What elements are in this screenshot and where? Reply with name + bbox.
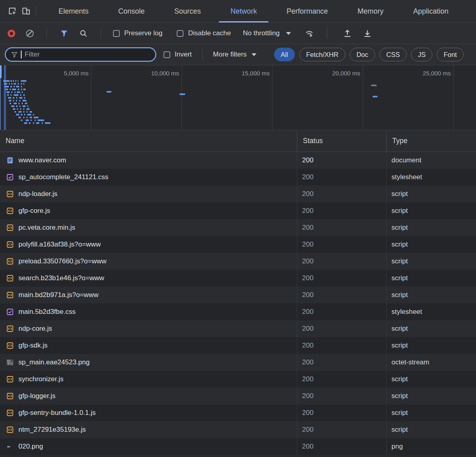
request-type: script	[387, 371, 476, 388]
table-row[interactable]: gfp-logger.js200script	[0, 388, 476, 404]
waterfall-bar	[10, 103, 11, 104]
table-row[interactable]: sp_autocomplete_241121.css200stylesheet	[0, 169, 476, 186]
request-status: 200	[297, 186, 387, 202]
table-row[interactable]: www.naver.com200document	[0, 152, 476, 169]
script-icon	[6, 291, 14, 299]
request-rows: www.naver.com200documentsp_autocomplete_…	[0, 152, 476, 457]
table-row[interactable]: synchronizer.js200script	[0, 371, 476, 388]
table-row[interactable]: ndp-core.js200script	[0, 320, 476, 337]
import-har-button[interactable]	[342, 26, 353, 40]
waterfall-bar	[14, 86, 15, 87]
clear-network-log-button[interactable]	[25, 26, 34, 40]
tab-elements[interactable]: Elements	[44, 0, 103, 22]
load-event-marker	[5, 65, 6, 130]
text-cursor	[21, 51, 22, 59]
column-header-status[interactable]: Status	[297, 130, 387, 152]
filter-pill-fetch-xhr[interactable]: Fetch/XHR	[299, 48, 345, 61]
filter-pill-all[interactable]: All	[274, 48, 295, 61]
table-row[interactable]: ntm_27291e35193e.js200script	[0, 421, 476, 438]
waterfall-bar	[18, 111, 22, 113]
waterfall-bar	[26, 117, 28, 118]
waterfall-bar	[3, 80, 10, 82]
network-conditions-button[interactable]	[304, 26, 315, 40]
filter-pill-js[interactable]: JS	[411, 48, 432, 61]
waterfall-bar	[16, 86, 19, 87]
waterfall-bar	[34, 119, 36, 121]
tab-application[interactable]: Application	[398, 0, 463, 22]
dom-content-loaded-marker	[4, 65, 5, 130]
waterfall-bar	[16, 105, 18, 107]
table-row[interactable]: sp_main.eae24523.png200octet-stream	[0, 354, 476, 371]
request-type: script	[387, 320, 476, 337]
tab-console[interactable]: Console	[103, 0, 159, 22]
throttling-value: No throttling	[243, 29, 280, 37]
column-header-name[interactable]: Name	[0, 130, 297, 152]
import-har-icon	[343, 29, 352, 38]
script-icon	[6, 409, 14, 417]
waterfall-bar	[26, 108, 30, 110]
table-row[interactable]: main.bd2b971a.js?o=www200script	[0, 287, 476, 303]
export-har-icon	[363, 29, 372, 38]
waterfall-bar	[23, 117, 24, 118]
script-icon	[6, 325, 14, 332]
invert-checkbox[interactable]	[163, 51, 170, 58]
column-header-type[interactable]: Type	[387, 130, 476, 152]
waterfall-bar	[16, 100, 17, 101]
waterfall-bar	[20, 94, 21, 96]
more-filters-button[interactable]: More filters	[213, 51, 256, 59]
record-network-log-button[interactable]	[6, 26, 16, 40]
tab-network[interactable]: Network	[216, 0, 272, 22]
network-toolbar: Preserve log Disable cache No throttling	[0, 23, 476, 44]
filter-pill-doc[interactable]: Doc	[350, 48, 375, 61]
request-name: sp_main.eae24523.png	[18, 358, 90, 366]
request-name: gfp-sdk.js	[18, 342, 48, 350]
filter-pill-css[interactable]: CSS	[379, 48, 407, 61]
request-type: script	[387, 186, 476, 202]
waterfall-bar	[23, 83, 24, 85]
request-type: stylesheet	[387, 303, 476, 320]
tab-sources[interactable]: Sources	[159, 0, 216, 22]
table-row[interactable]: 020.png200png	[0, 438, 476, 455]
waterfall-bar	[9, 83, 10, 85]
table-row[interactable]: gfp-sdk.js200script	[0, 337, 476, 354]
waterfall-bar	[23, 108, 24, 110]
table-row[interactable]: pc.veta.core.min.js200script	[0, 219, 476, 236]
preserve-log-checkbox[interactable]	[113, 30, 120, 37]
disable-cache-checkbox[interactable]	[177, 30, 184, 37]
waterfall-bar	[45, 122, 50, 124]
waterfall-bar	[21, 89, 22, 90]
waterfall-bar	[29, 122, 30, 124]
waterfall-bar	[36, 122, 39, 124]
waterfall-bar	[5, 86, 9, 87]
search-button[interactable]	[78, 26, 89, 40]
tab-memory[interactable]: Memory	[343, 0, 398, 22]
throttling-select[interactable]: No throttling	[243, 29, 291, 37]
request-type: script	[387, 219, 476, 236]
filter-toggle-button[interactable]	[59, 26, 69, 40]
filter-pill-font[interactable]: Font	[437, 48, 464, 61]
tab-performance[interactable]: Performance	[272, 0, 343, 22]
request-name-cell: gfp-logger.js	[0, 388, 297, 404]
export-har-button[interactable]	[362, 26, 373, 40]
table-row[interactable]: polyfill.a163af38.js?o=www200script	[0, 236, 476, 253]
waterfall-bar	[21, 119, 22, 121]
table-row[interactable]: gfp-sentry-bundle-1.0.1.js200script	[0, 404, 476, 421]
script-icon	[6, 207, 14, 214]
request-name-cell: www.naver.com	[0, 152, 297, 169]
request-status: 200	[297, 388, 387, 404]
device-toolbar-button[interactable]	[19, 4, 33, 18]
waterfall-bar	[13, 100, 14, 101]
table-row[interactable]: search.b23b1e46.js?o=www200script	[0, 270, 476, 287]
stylesheet-icon	[6, 174, 14, 181]
divider	[202, 49, 203, 60]
table-row[interactable]: preload.33507660.js?o=www200script	[0, 253, 476, 270]
inspect-element-button[interactable]	[6, 4, 19, 18]
waterfall-bar	[8, 97, 11, 99]
overview-drag-handle[interactable]	[0, 65, 2, 78]
table-row[interactable]: main.5b2d3fbe.css200stylesheet	[0, 303, 476, 320]
table-row[interactable]: gfp-core.js200script	[0, 202, 476, 219]
table-row[interactable]: ndp-loader.js200script	[0, 186, 476, 202]
waterfall-overview[interactable]: 5,000 ms10,000 ms15,000 ms20,000 ms25,00…	[0, 65, 476, 130]
script-icon	[6, 190, 14, 198]
filter-input[interactable]	[25, 51, 150, 59]
